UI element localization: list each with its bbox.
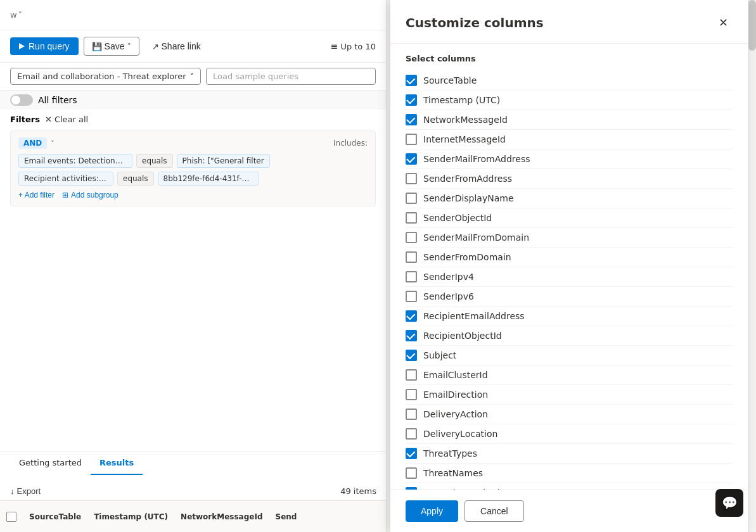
source-chevron-icon: ˅	[190, 72, 195, 81]
header-checkbox[interactable]	[0, 512, 23, 522]
column-checkbox-networkmessageid[interactable]	[406, 114, 417, 125]
column-item: Timestamp (UTC)	[406, 91, 733, 110]
column-label: ThreatTypes	[423, 448, 477, 459]
column-checkbox-senderfromaddress[interactable]	[406, 173, 417, 184]
export-button[interactable]: ↓ Export	[10, 486, 41, 496]
column-checkbox-senderdisplayname[interactable]	[406, 193, 417, 204]
column-checkbox-threatnames[interactable]	[406, 467, 417, 479]
clear-all-button[interactable]: ✕ Clear all	[45, 115, 88, 124]
filter-bar: Email and collaboration - Threat explore…	[0, 63, 386, 91]
side-panel-body: Select columns SourceTableTimestamp (UTC…	[390, 44, 748, 490]
column-item: DeliveryAction	[406, 405, 733, 424]
filter-operator-2: equals	[117, 172, 154, 186]
column-item: SourceTable	[406, 71, 733, 91]
column-item: SenderFromAddress	[406, 169, 733, 189]
and-badge[interactable]: AND	[18, 137, 47, 149]
column-label: NetworkMessageId	[423, 115, 508, 125]
all-filters-toggle[interactable]	[10, 94, 33, 106]
column-label: DeliveryLocation	[423, 429, 497, 439]
column-label: ThreatNames	[423, 468, 483, 478]
column-label: SenderFromAddress	[423, 174, 512, 184]
column-label: RecipientObjectId	[423, 331, 502, 341]
save-label: Save	[105, 41, 125, 51]
column-item: SenderFromDomain	[406, 248, 733, 267]
scrollbar-thumb	[748, 0, 756, 51]
tab-results[interactable]: Results	[91, 452, 143, 475]
th-source-table: SourceTable	[23, 512, 87, 521]
right-scrollbar[interactable]	[748, 0, 756, 532]
column-item: EmailClusterId	[406, 365, 733, 385]
close-panel-button[interactable]: ✕	[713, 13, 733, 33]
toolbar: Run query 💾 Save ˅ ↗ Share link ≡ Up to …	[0, 30, 386, 63]
column-checkbox-deliverylocation[interactable]	[406, 428, 417, 440]
side-panel-footer: Apply Cancel	[390, 490, 748, 532]
chat-icon: 💬	[722, 495, 738, 510]
side-panel-title: Customize columns	[406, 15, 544, 30]
column-checkbox-sendermailfromaddress[interactable]	[406, 153, 417, 165]
filters-header: Filters ✕ Clear all	[10, 115, 376, 124]
side-panel-header: Customize columns ✕	[390, 0, 748, 44]
column-item: SenderMailFromAddress	[406, 149, 733, 169]
column-checkbox-senderobjectid[interactable]	[406, 212, 417, 224]
column-checkbox-sourcetable[interactable]	[406, 75, 417, 86]
filter-row-2: Recipient activities: RecipientObj... eq…	[18, 172, 368, 186]
column-checkbox-internetmessageid[interactable]	[406, 134, 417, 145]
cancel-button[interactable]: Cancel	[464, 500, 524, 522]
select-columns-label: Select columns	[406, 54, 733, 63]
column-label: EmailDirection	[423, 390, 488, 400]
save-button[interactable]: 💾 Save ˅	[84, 37, 139, 56]
source-dropdown[interactable]: Email and collaboration - Threat explore…	[10, 68, 201, 85]
column-checkbox-subject[interactable]	[406, 350, 417, 361]
column-item: ThreatTypes	[406, 444, 733, 464]
column-checkbox-sendermailfromdomain[interactable]	[406, 232, 417, 243]
column-item: SenderObjectId	[406, 208, 733, 228]
filter-group-header: AND ˅ Includes:	[18, 137, 368, 149]
chat-fab-button[interactable]: 💬	[715, 489, 743, 517]
all-filters-bar: All filters	[0, 91, 386, 110]
filter-value-2[interactable]: 8bb129fe-f6d4-431f-8...	[158, 172, 259, 186]
filter-value-1[interactable]: Phish: ["General filter	[177, 154, 270, 168]
column-item: DeliveryLocation	[406, 424, 733, 444]
column-label: InternetMessageId	[423, 134, 506, 144]
run-query-button[interactable]: Run query	[10, 37, 79, 55]
tab-getting-started[interactable]: Getting started	[10, 452, 91, 475]
load-sample-input[interactable]: Load sample queries	[206, 68, 376, 85]
save-chevron-icon: ˅	[127, 42, 131, 51]
top-bar-chevron-icon[interactable]: ˅	[18, 11, 22, 20]
play-icon	[19, 43, 25, 49]
share-link-button[interactable]: ↗ Share link	[144, 37, 208, 55]
th-send: Send	[269, 512, 307, 521]
filter-field-2[interactable]: Recipient activities: RecipientObj...	[18, 172, 113, 186]
top-bar-label: w	[10, 10, 17, 20]
column-item: EmailDirection	[406, 385, 733, 405]
column-checkbox-senderfromdomain[interactable]	[406, 251, 417, 263]
source-label: Email and collaboration - Threat explore…	[17, 72, 186, 81]
column-checkbox-recipientemailaddress[interactable]	[406, 310, 417, 322]
column-checkbox-deliveryaction[interactable]	[406, 408, 417, 420]
column-checkbox-emaildirection[interactable]	[406, 389, 417, 400]
filter-field-1[interactable]: Email events: DetectionMethods	[18, 154, 132, 168]
column-label: Subject	[423, 350, 456, 360]
column-checkbox-senderipv4[interactable]	[406, 271, 417, 282]
column-label: EmailClusterId	[423, 370, 488, 380]
column-label: SenderDisplayName	[423, 193, 514, 203]
column-item: InternetMessageId	[406, 130, 733, 149]
up-to-text: Up to 10	[340, 42, 376, 51]
load-sample-placeholder: Load sample queries	[213, 72, 298, 81]
add-subgroup-button[interactable]: ⊞ Add subgroup	[62, 191, 119, 200]
add-filter-button[interactable]: + Add filter	[18, 191, 54, 200]
apply-button[interactable]: Apply	[406, 500, 458, 522]
column-checkbox-emailclusterid[interactable]	[406, 369, 417, 381]
includes-label: Includes:	[333, 139, 368, 148]
add-subgroup-icon: ⊞	[62, 191, 68, 200]
column-checkbox-recipientobjectid[interactable]	[406, 330, 417, 341]
clear-all-label: Clear all	[54, 115, 88, 124]
column-checkbox-timestamp--utc-[interactable]	[406, 94, 417, 106]
column-checkbox-senderipv6[interactable]	[406, 291, 417, 302]
column-label: SenderIpv6	[423, 291, 474, 301]
export-icon: ↓	[10, 486, 15, 496]
filter-row-1: Email events: DetectionMethods equals Ph…	[18, 154, 368, 168]
share-label: Share link	[162, 41, 201, 51]
tab-getting-started-label: Getting started	[19, 458, 82, 467]
column-checkbox-threattypes[interactable]	[406, 448, 417, 459]
